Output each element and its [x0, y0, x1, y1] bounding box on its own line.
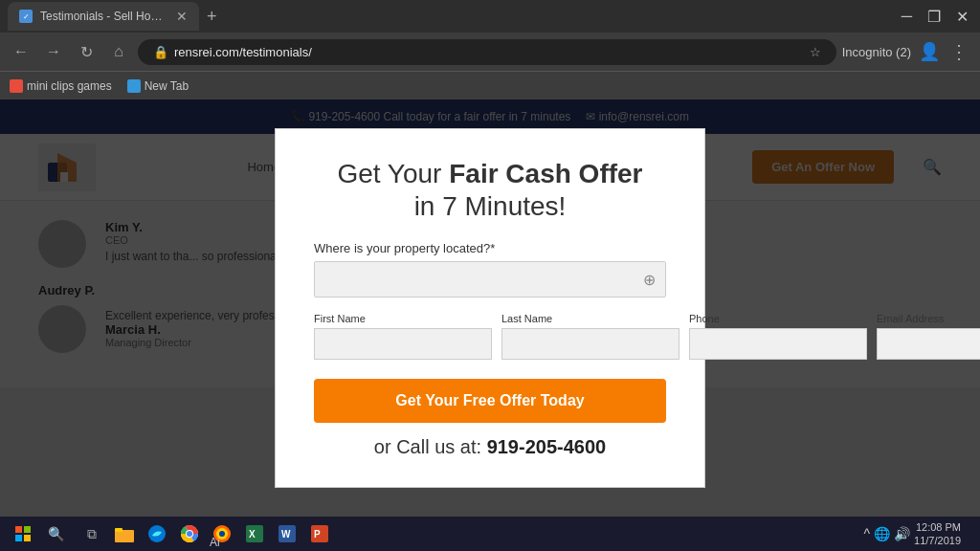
- email-input[interactable]: [877, 328, 980, 360]
- modal-address-row: ⊕: [314, 261, 666, 298]
- title-bar: ✓ Testimonials - Sell House Fast [ ✕ + ─…: [0, 0, 980, 33]
- bookmark-star-icon[interactable]: ☆: [810, 45, 821, 59]
- bookmark-miniclips-icon: [10, 79, 23, 93]
- back-button[interactable]: ←: [8, 38, 34, 65]
- clock-time: 12:08 PM: [914, 520, 961, 534]
- tab-title-text: Testimonials - Sell House Fast [: [40, 10, 168, 23]
- phone-input[interactable]: [689, 328, 867, 360]
- svg-point-14: [187, 531, 192, 537]
- modal-title-part1: Get Your: [337, 159, 449, 188]
- clock-date: 11/7/2019: [914, 534, 961, 547]
- start-button[interactable]: [8, 520, 38, 547]
- chrome-button[interactable]: [174, 518, 205, 549]
- taskbar-search-icon[interactable]: 🔍: [42, 520, 69, 547]
- modal-call-text: or Call us at: 919-205-4600: [314, 436, 666, 458]
- first-name-label: First Name: [314, 313, 492, 324]
- network-icon: 🌐: [874, 526, 890, 541]
- powerpoint-button[interactable]: P: [304, 518, 335, 549]
- svg-rect-9: [115, 528, 122, 532]
- call-text-prefix: or Call us at:: [374, 436, 487, 457]
- modal-overlay: Get Your Fair Cash Offer in 7 Minutes! W…: [0, 99, 980, 517]
- svg-rect-6: [24, 535, 31, 541]
- address-bar-row: ← → ↻ ⌂ 🔒 rensrei.com/testimonials/ ☆ In…: [0, 33, 980, 71]
- taskbar-tray: ^ 🌐 🔊 12:08 PM 11/7/2019: [863, 518, 972, 549]
- close-icon[interactable]: ✕: [952, 4, 972, 30]
- modal-title: Get Your Fair Cash Offer in 7 Minutes!: [314, 158, 666, 222]
- browser-chrome: ✓ Testimonials - Sell House Fast [ ✕ + ─…: [0, 0, 980, 99]
- file-explorer-button[interactable]: [109, 518, 140, 549]
- page-content: 📞 919-205-4600 Call today for a fair off…: [0, 99, 980, 517]
- taskview-button[interactable]: ⧉: [77, 518, 107, 549]
- taskbar-time: 12:08 PM 11/7/2019: [914, 520, 961, 548]
- reload-button[interactable]: ↻: [73, 38, 100, 65]
- first-name-input[interactable]: [314, 328, 492, 360]
- svg-rect-3: [15, 526, 22, 533]
- tab-close-icon[interactable]: ✕: [176, 9, 188, 24]
- last-name-field: Last Name: [501, 313, 679, 360]
- home-button[interactable]: ⌂: [105, 38, 132, 65]
- browser-tab[interactable]: ✓ Testimonials - Sell House Fast [ ✕: [8, 2, 199, 31]
- bookmark-miniclips[interactable]: mini clips games: [10, 79, 112, 93]
- phone-label: Phone: [689, 313, 867, 324]
- first-name-field: First Name: [314, 313, 492, 360]
- new-tab-button[interactable]: +: [199, 3, 225, 31]
- location-icon: ⊕: [634, 263, 665, 297]
- modal-address-label: Where is your property located?*: [314, 241, 666, 255]
- bookmarks-bar: mini clips games New Tab: [0, 71, 980, 99]
- bookmark-newtab-icon: [127, 79, 141, 93]
- word-button[interactable]: W: [272, 518, 302, 549]
- restore-icon[interactable]: ❐: [924, 4, 945, 30]
- phone-field: Phone: [689, 313, 867, 360]
- modal-fields-row: First Name Last Name Phone Email Address: [314, 313, 666, 360]
- email-field: Email Address: [877, 313, 980, 360]
- incognito-avatar-icon: 👤: [919, 41, 940, 62]
- bookmark-newtab-label: New Tab: [145, 79, 189, 93]
- bookmark-miniclips-label: mini clips games: [27, 79, 112, 93]
- bookmark-newtab[interactable]: New Tab: [127, 79, 189, 93]
- window-controls: ─ ❐ ✕: [898, 4, 972, 30]
- modal-dialog: Get Your Fair Cash Offer in 7 Minutes! W…: [275, 128, 705, 488]
- submit-button[interactable]: Get Your Free Offer Today: [314, 379, 666, 423]
- show-desktop-button[interactable]: [965, 518, 972, 549]
- svg-rect-4: [24, 526, 31, 533]
- excel-button[interactable]: X: [239, 518, 270, 549]
- edge-browser-button[interactable]: [142, 518, 172, 549]
- last-name-input[interactable]: [501, 328, 679, 360]
- tab-favicon: ✓: [19, 10, 33, 23]
- ai-label: Ai: [206, 534, 224, 551]
- svg-text:W: W: [281, 529, 291, 540]
- address-input[interactable]: [315, 262, 634, 297]
- svg-text:P: P: [314, 529, 321, 540]
- browser-menu-button[interactable]: ⋮: [946, 36, 972, 67]
- speaker-icon[interactable]: 🔊: [894, 526, 910, 541]
- incognito-label: Incognito (2): [842, 45, 911, 59]
- taskbar: 🔍 ⧉: [0, 517, 980, 551]
- url-text: rensrei.com/testimonials/: [174, 45, 312, 59]
- modal-title-highlight: Fair Cash Offer: [449, 159, 642, 188]
- modal-title-part2: in 7 Minutes!: [414, 191, 567, 221]
- forward-button[interactable]: →: [40, 38, 67, 65]
- svg-rect-5: [15, 535, 22, 541]
- call-phone-number: 919-205-4600: [487, 436, 607, 457]
- incognito-area: Incognito (2) 👤: [842, 41, 940, 62]
- last-name-label: Last Name: [501, 313, 679, 324]
- tray-icons: ^ 🌐 🔊: [863, 526, 910, 541]
- minimize-icon[interactable]: ─: [898, 4, 916, 29]
- address-bar[interactable]: 🔒 rensrei.com/testimonials/ ☆: [138, 39, 836, 65]
- chevron-up-icon[interactable]: ^: [863, 526, 870, 541]
- svg-text:X: X: [249, 529, 256, 540]
- email-label: Email Address: [877, 313, 980, 324]
- ssl-lock-icon: 🔒: [153, 45, 168, 59]
